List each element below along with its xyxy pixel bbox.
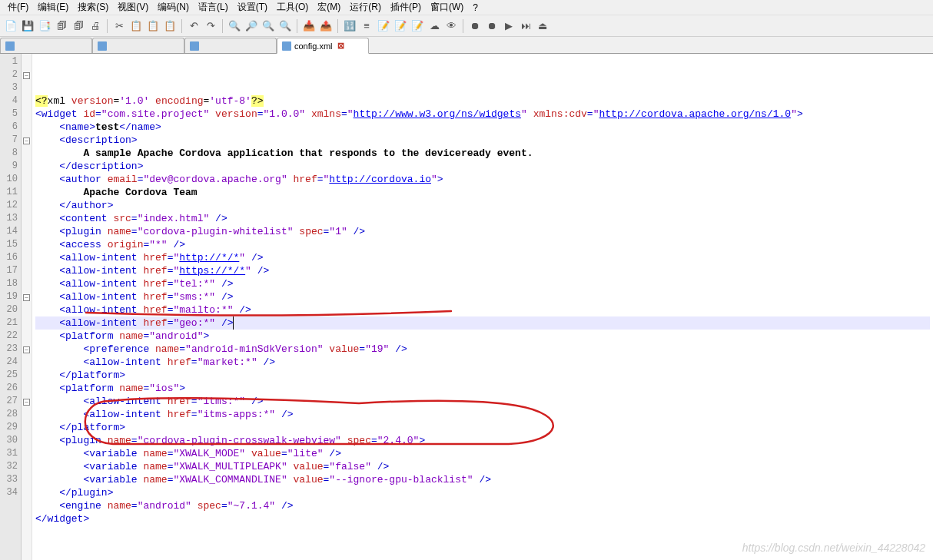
toolbar-button[interactable]: 🔢	[342, 18, 357, 34]
editor-tab[interactable]	[0, 38, 92, 53]
menu-item[interactable]: 编辑(E)	[33, 1, 73, 14]
code-line[interactable]: </widget>	[35, 512, 930, 525]
code-line[interactable]: <engine name="android" spec="~7.1.4" />	[35, 499, 930, 512]
code-line[interactable]: <content src="index.html" />	[35, 212, 930, 225]
toolbar-button[interactable]: 📥	[301, 18, 317, 34]
toolbar-button[interactable]: 📋	[145, 18, 161, 34]
code-line[interactable]: <widget id="com.site.project" version="1…	[35, 108, 930, 121]
fold-guide[interactable]	[22, 330, 32, 343]
fold-guide[interactable]	[22, 460, 32, 473]
code-line[interactable]: <allow-intent href="sms:*" />	[35, 290, 930, 303]
fold-guide[interactable]	[22, 173, 32, 186]
menu-item[interactable]: 编码(N)	[153, 1, 194, 14]
toolbar-button[interactable]: ☁	[427, 18, 442, 34]
fold-guide[interactable]	[22, 434, 32, 447]
editor-tab[interactable]	[184, 38, 277, 53]
fold-guide[interactable]	[22, 186, 32, 199]
fold-toggle-icon[interactable]: −	[23, 138, 30, 144]
fold-guide[interactable]	[22, 421, 32, 434]
fold-guide[interactable]	[22, 277, 32, 290]
code-line[interactable]: A sample Apache Cordova application that…	[35, 147, 930, 160]
fold-toggle-icon[interactable]: −	[23, 294, 30, 301]
code-line[interactable]: <variable name="XWALK_COMMANDLINE" value…	[35, 473, 930, 486]
toolbar-button[interactable]: 📤	[318, 18, 334, 34]
code-line[interactable]: </author>	[35, 199, 930, 212]
menu-item[interactable]: 视图(V)	[113, 1, 153, 14]
fold-guide[interactable]	[22, 94, 32, 108]
fold-guide[interactable]	[22, 238, 32, 251]
fold-guide[interactable]	[22, 108, 32, 121]
fold-guide[interactable]	[22, 251, 32, 264]
fold-toggle-icon[interactable]: −	[23, 72, 30, 79]
toolbar-button[interactable]: 📋	[162, 18, 178, 34]
toolbar-button[interactable]: 👁	[443, 18, 459, 34]
toolbar-button[interactable]: 🔍	[277, 18, 293, 34]
menu-item[interactable]: 窗口(W)	[426, 1, 468, 14]
toolbar-button[interactable]: ⏭	[518, 18, 533, 34]
fold-guide[interactable]	[22, 199, 32, 212]
fold-guide[interactable]	[22, 447, 32, 460]
fold-guide[interactable]	[22, 212, 32, 225]
toolbar-button[interactable]: 💾	[20, 18, 35, 34]
menu-item[interactable]: 运行(R)	[345, 1, 386, 14]
menu-item[interactable]: 语言(L)	[194, 1, 233, 14]
toolbar-button[interactable]: 🖨	[88, 18, 103, 34]
toolbar-button[interactable]: 🔍	[227, 18, 242, 34]
menu-item[interactable]: ?	[468, 2, 483, 13]
toolbar-button[interactable]: 🗐	[54, 18, 69, 34]
toolbar-button[interactable]: ▶	[501, 18, 516, 34]
toolbar-button[interactable]: ≡	[359, 18, 374, 34]
menu-item[interactable]: 搜索(S)	[73, 1, 113, 14]
fold-toggle-icon[interactable]: −	[23, 399, 30, 406]
editor-tab[interactable]	[92, 38, 184, 53]
code-editor[interactable]: 1234567891011121314151617181920212223242…	[0, 54, 933, 560]
editor-tab[interactable]: config.xml⊠	[277, 38, 369, 54]
code-line[interactable]: <?xml version='1.0' encoding='utf-8'?>	[35, 94, 930, 108]
menu-item[interactable]: 设置(T)	[233, 1, 272, 14]
code-line[interactable]: <allow-intent href="geo:*" />	[35, 316, 930, 330]
fold-guide[interactable]	[22, 382, 32, 395]
fold-guide[interactable]	[22, 356, 32, 369]
code-line[interactable]: <description>	[35, 134, 930, 147]
fold-guide[interactable]	[22, 121, 32, 134]
menu-item[interactable]: 宏(M)	[313, 1, 345, 14]
code-line[interactable]: </description>	[35, 160, 930, 173]
toolbar-button[interactable]: ✂	[111, 18, 127, 34]
code-line[interactable]: <allow-intent href="itms:*" />	[35, 395, 930, 408]
code-line[interactable]: <allow-intent href="tel:*" />	[35, 277, 930, 290]
fold-guide[interactable]	[22, 316, 32, 330]
toolbar-button[interactable]: ⏺	[467, 18, 483, 34]
code-line[interactable]: <plugin name="cordova-plugin-crosswalk-w…	[35, 434, 930, 447]
fold-guide[interactable]	[22, 147, 32, 160]
fold-column[interactable]: − − − − −	[22, 54, 32, 560]
code-area[interactable]: <?xml version='1.0' encoding='utf-8'?><w…	[32, 54, 933, 560]
fold-guide[interactable]	[22, 160, 32, 173]
code-line[interactable]: <allow-intent href="http://*/*" />	[35, 251, 930, 264]
code-line[interactable]: <platform name="android">	[35, 330, 930, 343]
code-line[interactable]: Apache Cordova Team	[35, 186, 930, 199]
code-line[interactable]: <access origin="*" />	[35, 238, 930, 251]
code-line[interactable]: <allow-intent href="https://*/*" />	[35, 264, 930, 277]
toolbar-button[interactable]: ↶	[186, 18, 201, 34]
menu-item[interactable]: 工具(O)	[272, 1, 313, 14]
fold-guide[interactable]	[22, 303, 32, 316]
code-line[interactable]: <author email="dev@cordova.apache.org" h…	[35, 173, 930, 186]
code-line[interactable]: <plugin name="cordova-plugin-whitelist" …	[35, 225, 930, 238]
code-line[interactable]: <allow-intent href="itms-apps:*" />	[35, 408, 930, 421]
fold-guide[interactable]	[22, 473, 32, 486]
toolbar-button[interactable]: 📄	[3, 18, 18, 34]
code-line[interactable]	[35, 525, 930, 538]
fold-guide[interactable]	[22, 81, 32, 94]
fold-toggle-icon[interactable]: −	[23, 346, 30, 353]
toolbar-button[interactable]: 📑	[37, 18, 52, 34]
fold-guide[interactable]	[22, 264, 32, 277]
toolbar-button[interactable]: 🔍	[261, 18, 276, 34]
fold-guide[interactable]	[22, 486, 32, 499]
toolbar-button[interactable]: ⏺	[484, 18, 500, 34]
code-line[interactable]: <preference name="android-minSdkVersion"…	[35, 343, 930, 356]
code-line[interactable]: </platform>	[35, 369, 930, 382]
code-line[interactable]: <name>test</name>	[35, 121, 930, 134]
code-line[interactable]: <platform name="ios">	[35, 382, 930, 395]
menu-item[interactable]: 件(F)	[3, 1, 33, 14]
toolbar-button[interactable]: 📝	[393, 18, 408, 34]
